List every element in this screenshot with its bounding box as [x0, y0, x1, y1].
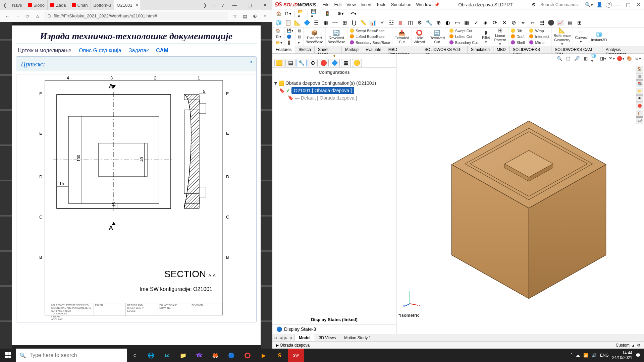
tray-notifications-icon[interactable]: 💬 [636, 353, 641, 358]
unit-dropdown-icon[interactable]: ▴ [632, 343, 634, 348]
ribbon-new[interactable]: 🗋▾ [276, 35, 282, 39]
tree-tab-dim[interactable]: ⊕ [308, 59, 318, 67]
toolbar-icon[interactable]: ◫ [407, 19, 414, 26]
toolbar-icon[interactable]: ☳ [388, 19, 395, 26]
toolbar-icon[interactable]: 🔷 [303, 19, 311, 26]
tree-tab-config[interactable]: 🔧 [297, 59, 307, 67]
window-close[interactable]: ✕ [257, 0, 272, 10]
sw-minimize[interactable]: — [614, 2, 622, 7]
nav-back-icon[interactable]: ← [4, 13, 11, 19]
ribbon-item[interactable]: 🟠Lofted Boss/Base [350, 34, 390, 39]
ribbon-item[interactable]: 🟡Swept Boss/Base [350, 28, 390, 33]
url-input[interactable]: 🗋 file:///F:/Skolska_2021_2022/Web/haas/… [44, 12, 228, 20]
browser-tab[interactable]: Navs [9, 0, 25, 10]
ribbon-open[interactable]: 📂▾ [276, 41, 282, 45]
ribbon-item[interactable]: 🟠Intersect [529, 34, 549, 39]
taskbar-edge[interactable]: 🌐 [143, 349, 159, 362]
tray-wifi-icon[interactable]: 📶 [583, 353, 588, 358]
zoom-area-icon[interactable]: ⬚ [565, 55, 572, 62]
btab-next[interactable]: ▶ [283, 336, 288, 340]
taskpane-home[interactable]: 🏠 [636, 66, 643, 72]
cmdtab-solidworks-cam[interactable]: SOLIDWORKS CAM [509, 46, 551, 53]
ribbon-item[interactable]: 🟠Lofted Cut [449, 34, 478, 39]
toolbar-icon[interactable]: ⚙ [416, 19, 423, 26]
menu-file[interactable]: File [323, 2, 330, 7]
toolbar-icon[interactable]: ⊘ [510, 19, 517, 26]
ribbon-opts3[interactable]: ▾ [298, 41, 301, 45]
toolbar-icon[interactable]: ⫼ [397, 19, 405, 26]
menu-tools[interactable]: Tools [376, 2, 386, 7]
cmdtab-analysis-preparation[interactable]: Analysis Preparation [602, 46, 644, 53]
toolbar-icon[interactable]: 📈 [557, 19, 564, 26]
extruded-boss-button[interactable]: 📦Extruded Boss/Base [304, 27, 326, 46]
tree-config-active[interactable]: 🔖 ✔ O21001 [ Obrada dzepova ] [274, 86, 394, 95]
taskbar-explorer[interactable]: 📁 [175, 349, 191, 362]
tab-scroll-right[interactable]: ❯ [200, 3, 210, 8]
taskbar-chrome[interactable]: 🔵 [223, 349, 239, 362]
taskbar-solidworks[interactable]: SW [288, 349, 304, 362]
window-maximize[interactable]: ▢ [242, 0, 257, 10]
prev-view-icon[interactable]: 🔎 [574, 55, 580, 62]
browser-tab[interactable]: Bottom-u [91, 0, 114, 10]
window-minimize[interactable]: — [227, 0, 242, 10]
tab-scroll-left[interactable]: ❮ [0, 3, 9, 8]
bookmark-icon[interactable]: ☆ [231, 13, 238, 19]
toolbar-icon[interactable]: ◐ [444, 19, 451, 26]
taskpane-props[interactable]: 📋 [636, 110, 643, 117]
tab-task[interactable]: Задатак [129, 48, 149, 54]
sw-search-input[interactable] [539, 1, 582, 8]
nav-reload-icon[interactable]: ⟳ [24, 13, 31, 19]
ribbon-opts[interactable]: ▤ [298, 28, 301, 33]
cmdtab-sketch[interactable]: Sketch [295, 46, 315, 53]
collapse-header[interactable]: Цртеж: ˄ [16, 57, 256, 71]
taskpane-explorer[interactable]: 📁 [636, 88, 643, 95]
qat-home-icon[interactable]: 🏠 [275, 10, 282, 17]
taskbar-mail[interactable]: ✉ [159, 349, 175, 362]
cmdtab-mbd[interactable]: MBD [493, 46, 509, 53]
ribbon-item[interactable]: 🟡Rib [511, 28, 525, 33]
ribbon-home[interactable]: 🏠 [276, 28, 282, 33]
toolbar-icon[interactable]: ▦ [463, 19, 470, 26]
toolbar-icon[interactable]: 🧊 [275, 19, 282, 26]
new-tab-button[interactable]: + [210, 3, 218, 8]
extruded-cut-button[interactable]: 📤Extruded Cut [392, 27, 412, 46]
ribbon-item[interactable]: 🟡Wrap [529, 28, 549, 33]
ribbon-item[interactable]: 🟣Shell [511, 40, 525, 45]
fillet-button[interactable]: ◗Fillet▾ [480, 27, 492, 46]
sw-close[interactable]: ✕ [635, 2, 642, 8]
taskpane-design-lib[interactable]: 📚 [636, 80, 643, 87]
taskbar-search-input[interactable] [30, 352, 127, 358]
revolved-boss-button[interactable]: 🔄Revolved Boss/Base [326, 27, 348, 46]
toolbar-icon[interactable]: ▤ [566, 19, 574, 26]
nav-home-icon[interactable]: ⌂ [34, 13, 41, 19]
qat-undo-icon[interactable]: ↶▾ [350, 10, 357, 17]
ribbon-item[interactable]: 🟣Mirror [529, 40, 549, 45]
toolbar-icon[interactable]: ☰ [313, 19, 320, 26]
btab-model[interactable]: Model [294, 335, 315, 341]
menu-insert[interactable]: Insert [361, 2, 372, 7]
tree-tab-appearance[interactable]: 🔴 [319, 59, 329, 67]
btab-last[interactable]: ⏭ [288, 336, 294, 340]
browser-tab[interactable]: Chan [69, 0, 91, 10]
taskbar-opera[interactable]: ⭕ [239, 349, 256, 362]
cmdtab-mbd-dimensions[interactable]: MBD Dimensions [385, 46, 421, 53]
toolbar-icon[interactable]: ⌖ [519, 19, 527, 26]
toolbar-icon[interactable]: 📋 [284, 19, 292, 26]
unit-system[interactable]: Custom [616, 343, 630, 348]
extensions-icon[interactable]: ☯ [252, 13, 258, 19]
toolbar-icon[interactable]: ▦ [322, 19, 329, 26]
search-settings-icon[interactable]: ⚙ [532, 2, 536, 7]
instant3d-button[interactable]: 🧊Instant3D [589, 27, 609, 46]
taskbar-sublime[interactable]: 𝗦 [272, 349, 288, 362]
menu-edit[interactable]: Edit [334, 2, 342, 7]
tree-tab-feature[interactable]: 🟨 [274, 59, 284, 67]
taskpane-view[interactable]: 👁 [636, 95, 643, 102]
tray-clock[interactable]: 14:44 24/10/2021 [612, 351, 632, 360]
qat-save-icon[interactable]: 💾▾ [311, 10, 318, 17]
taskbar-media[interactable]: ▶ [256, 349, 272, 362]
tab-drawing[interactable]: Цртеж и моделирање [18, 48, 71, 54]
toolbar-icon[interactable]: 📊 [369, 19, 376, 26]
toolbar-icon[interactable]: 🔧 [425, 19, 433, 26]
view-settings-icon[interactable]: 🖥▾ [635, 55, 641, 62]
pin-icon[interactable]: 📌 [434, 2, 439, 7]
